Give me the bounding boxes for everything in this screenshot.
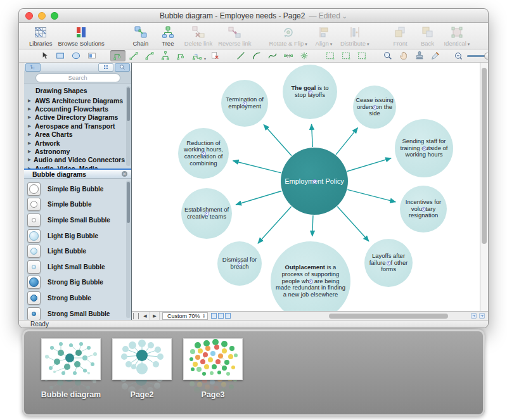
stencil-preview-button[interactable] [27, 198, 41, 211]
bubble-shape[interactable]: Reduction of working hours, cancellation… [178, 128, 229, 179]
categories-scroll-thumb[interactable] [127, 87, 130, 121]
document-edited-menu[interactable]: — Edited [309, 11, 347, 20]
page-next-button[interactable]: ▶ [150, 312, 160, 320]
zoom-window-button[interactable] [51, 12, 58, 20]
page-split-left-icon[interactable] [470, 312, 477, 319]
tool-menu-arrow-icon[interactable]: ▾ [204, 56, 206, 61]
smart-connector-tool[interactable] [110, 50, 125, 61]
panel-scrollbar[interactable] [126, 181, 131, 318]
stencil-item[interactable]: Light Bubble [27, 243, 131, 259]
vertical-scrollbar[interactable] [480, 63, 488, 311]
line-tool[interactable] [233, 50, 248, 61]
stencil-preview-button[interactable] [27, 260, 41, 274]
disclosure-triangle-icon[interactable]: ▶ [28, 124, 32, 129]
stencil-item[interactable]: Simple Small Bubble [27, 212, 131, 228]
page-thumbnail[interactable]: Page3 [183, 338, 243, 397]
bubble-shape[interactable]: Establishment of creative teams [181, 188, 232, 239]
connector-arrow[interactable] [258, 207, 292, 243]
direct-connector-tool[interactable] [126, 50, 141, 61]
shape-category[interactable]: ▶Accounting Flowcharts [28, 105, 125, 113]
vertical-scroll-thumb[interactable] [482, 68, 487, 244]
bubble-shape[interactable]: Sending staff for training outside of wo… [395, 119, 453, 177]
disclosure-triangle-icon[interactable]: ▶ [28, 141, 32, 146]
disclosure-triangle-icon[interactable]: ▶ [28, 166, 32, 169]
zoom-stepper-icon[interactable]: ▲▼ [203, 314, 205, 319]
browse-solutions-button[interactable]: Browse Solutions [58, 24, 104, 47]
disclosure-triangle-icon[interactable]: ▶ [28, 132, 32, 137]
page-thumbnail-label[interactable]: Page3 [169, 390, 257, 399]
stencil-preview-button[interactable] [27, 229, 41, 243]
multi-connector-tool[interactable] [189, 50, 205, 61]
ellipse-tool[interactable] [68, 50, 84, 61]
bubble-shape[interactable]: Incentives for voluntary resignation [400, 186, 447, 232]
pointer-tool[interactable] [37, 50, 52, 61]
bezier-connector-tool[interactable] [142, 50, 157, 61]
center-bubble-shape[interactable]: Employment Policy [281, 148, 348, 215]
text-block-tool[interactable] [84, 50, 99, 61]
disclosure-triangle-icon[interactable]: ▶ [28, 149, 32, 154]
close-panel-button[interactable]: ✕ [122, 171, 127, 177]
connector-arrow[interactable] [312, 124, 313, 147]
libraries-button[interactable]: Libraries [29, 24, 52, 47]
library-grid-view-button[interactable] [98, 63, 113, 72]
page-split-right-icon[interactable] [478, 312, 485, 319]
zoom-out-icon[interactable] [454, 51, 463, 61]
select-area-tool[interactable] [338, 50, 354, 61]
library-search-button[interactable] [115, 63, 130, 72]
connector-arrow[interactable] [264, 125, 292, 156]
connector-arrow[interactable] [337, 207, 369, 241]
stencil-preview-button[interactable] [27, 245, 41, 258]
zoom-slider[interactable] [467, 55, 488, 57]
disconnect-tool[interactable] [207, 50, 222, 61]
stencil-item[interactable]: Strong Small Bubble [27, 306, 131, 320]
stencil-item[interactable]: Simple Bubble [27, 197, 131, 213]
stencil-preview-button[interactable] [27, 182, 41, 196]
shape-category[interactable]: ▶AWS Architecture Diagrams [28, 96, 125, 105]
bubble-shape[interactable]: Dismissal for breach [217, 241, 262, 286]
drawing-canvas[interactable]: Termination of employmentThe goal is to … [132, 63, 480, 311]
minimize-window-button[interactable] [38, 12, 46, 20]
view-mode-2-button[interactable] [218, 313, 224, 319]
bubble-shape[interactable]: Cease issuing orders on the side [353, 86, 396, 129]
connector-arrow[interactable] [336, 128, 357, 155]
rectangle-tool[interactable] [53, 50, 68, 61]
stencil-preview-button[interactable] [27, 307, 41, 320]
bubble-shape[interactable]: Layoffs after failure of other forms [364, 239, 413, 287]
explode-tool[interactable] [297, 50, 312, 61]
shape-category[interactable]: ▶Area Charts [28, 130, 125, 139]
library-tree-view-button[interactable] [25, 63, 41, 72]
splitter-grip-icon[interactable] [133, 313, 139, 319]
stencil-preview-button[interactable] [27, 213, 41, 227]
zoom-tool[interactable] [380, 50, 395, 61]
eyedropper-tool[interactable] [428, 50, 443, 61]
pan-tool[interactable] [396, 50, 411, 61]
horizontal-scroll-thumb[interactable] [329, 314, 448, 319]
stencil-item[interactable]: Strong Big Bubble [27, 275, 131, 291]
stencil-preview-button[interactable] [27, 276, 41, 289]
round-connector-tool[interactable] [174, 50, 189, 61]
stencil-item[interactable]: Simple Big Bubble [27, 181, 131, 197]
connector-arrow[interactable] [233, 161, 281, 173]
connector-arrow[interactable] [312, 215, 313, 236]
close-window-button[interactable] [25, 12, 33, 20]
shape-category[interactable]: ▶Astronomy [28, 147, 125, 155]
disclosure-triangle-icon[interactable]: ▶ [28, 106, 32, 111]
view-mode-3-button[interactable] [225, 313, 231, 319]
connector-arrow[interactable] [347, 158, 392, 172]
zoom-level-dropdown[interactable]: Custom 70% ▲▼ [162, 312, 208, 320]
disclosure-triangle-icon[interactable]: ▶ [28, 157, 31, 162]
stencil-item[interactable]: Light Small Bubble [27, 259, 131, 275]
connector-arrow[interactable] [236, 191, 281, 205]
stencil-preview-button[interactable] [27, 291, 41, 305]
shape-category[interactable]: ▶Artwork [28, 139, 125, 147]
connector-arrow[interactable] [347, 189, 395, 201]
node-edit-tool[interactable] [281, 50, 296, 61]
group-edit-tool[interactable] [354, 50, 369, 61]
search-input[interactable] [35, 73, 120, 82]
chain-button[interactable]: Chain [130, 24, 151, 47]
format-stamp-tool[interactable] [412, 50, 427, 61]
horizontal-scrollbar[interactable] [238, 313, 466, 319]
page-thumbnail[interactable]: Bubble diagram [41, 338, 101, 397]
transform-tool[interactable] [323, 50, 338, 61]
stencil-item[interactable]: Strong Bubble [27, 290, 131, 306]
